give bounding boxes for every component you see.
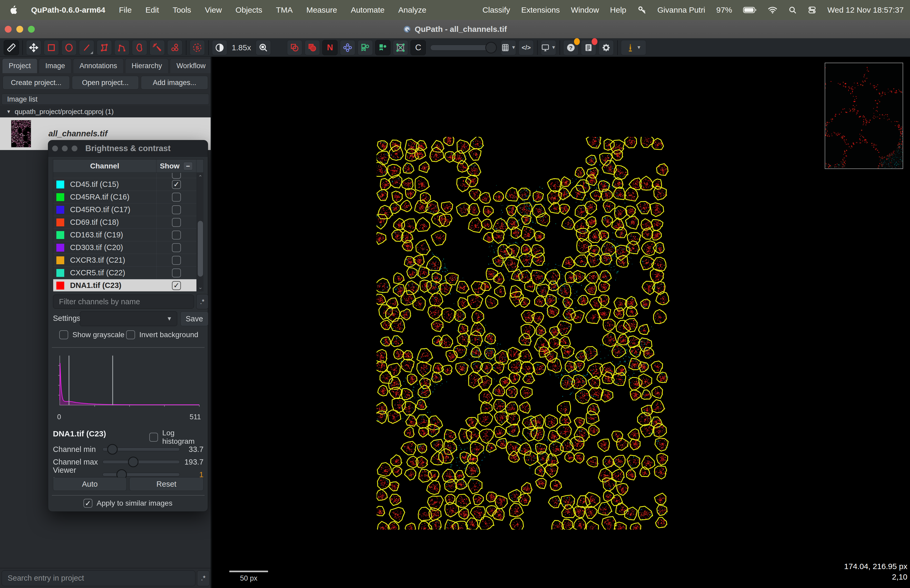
fill-annotations-button[interactable] xyxy=(305,40,320,55)
points-tool-button[interactable] xyxy=(167,40,183,55)
channel-visible-checkbox[interactable]: ✓ xyxy=(172,281,181,290)
menu-measure[interactable]: Measure xyxy=(306,5,337,15)
channel-column-header[interactable]: Channel xyxy=(53,160,157,173)
channel-visible-checkbox[interactable] xyxy=(172,268,181,278)
opacity-slider[interactable] xyxy=(430,45,496,50)
project-tree-root[interactable]: ▼ qupath_project/project.qpproj (1) xyxy=(0,106,211,117)
magnification-label[interactable]: 1.85x xyxy=(232,43,251,52)
ellipse-tool-button[interactable] xyxy=(61,40,77,55)
move-tool-button[interactable] xyxy=(26,40,41,55)
channel-visible-checkbox[interactable] xyxy=(172,243,181,252)
channel-color-swatch[interactable] xyxy=(57,256,64,264)
menu-window[interactable]: Window xyxy=(571,5,599,15)
channel-visible-checkbox[interactable] xyxy=(172,218,181,227)
zoom-to-fit-button[interactable] xyxy=(256,40,271,55)
show-annotations-button[interactable] xyxy=(287,40,302,55)
channel-min-slider[interactable] xyxy=(102,447,180,451)
menu-tma[interactable]: TMA xyxy=(276,5,293,15)
channel-visible-checkbox[interactable] xyxy=(172,231,181,239)
channel-visible-checkbox[interactable] xyxy=(172,193,181,202)
menu-analyze[interactable]: Analyze xyxy=(398,5,427,15)
selection-mode-button[interactable]: S xyxy=(189,40,205,55)
channel-filter-input[interactable] xyxy=(53,294,194,309)
channel-color-swatch[interactable] xyxy=(57,244,64,252)
brush-tool-button[interactable] xyxy=(132,40,147,55)
auto-button[interactable]: Auto xyxy=(53,477,127,491)
wand-tool-button[interactable] xyxy=(150,40,165,55)
channel-color-swatch[interactable] xyxy=(57,193,64,201)
channel-visible-checkbox[interactable]: ✓ xyxy=(172,180,181,189)
script-editor-button[interactable]: </> xyxy=(519,40,534,55)
menu-file[interactable]: File xyxy=(119,5,132,15)
channel-max-slider[interactable] xyxy=(102,460,180,464)
scroll-up-icon[interactable]: ⌃ xyxy=(197,174,204,180)
tma-grid-button[interactable] xyxy=(393,40,408,55)
channel-row[interactable]: CD45.tif (C15)✓ xyxy=(53,178,196,191)
segmented-image-canvas[interactable] xyxy=(377,137,674,530)
log-histogram-checkbox[interactable] xyxy=(149,433,158,442)
reset-button[interactable]: Reset xyxy=(129,477,204,491)
tab-hierarchy[interactable]: Hierarchy xyxy=(125,58,169,73)
tab-annotations[interactable]: Annotations xyxy=(73,58,124,73)
line-tool-button[interactable] xyxy=(79,40,94,55)
channel-row[interactable]: DNA1.tif (C23)✓ xyxy=(53,279,196,291)
menu-edit[interactable]: Edit xyxy=(145,5,159,15)
tab-project[interactable]: Project xyxy=(2,58,37,73)
polygon-tool-button[interactable] xyxy=(97,40,112,55)
channel-display-button[interactable]: C xyxy=(411,40,426,55)
viewer-gamma-slider[interactable] xyxy=(102,473,180,477)
control-center-icon[interactable] xyxy=(808,6,816,14)
settings-save-button[interactable]: Save xyxy=(180,311,208,326)
scroll-down-icon[interactable]: ⌄ xyxy=(197,284,204,290)
channel-min-knob[interactable] xyxy=(107,444,118,455)
measurement-table-button[interactable]: ▼ xyxy=(501,40,516,55)
search-regex-button[interactable]: .* xyxy=(197,570,210,586)
spotlight-search-icon[interactable] xyxy=(788,6,797,14)
settings-dropdown[interactable]: ▼ xyxy=(80,311,177,326)
channel-color-swatch[interactable] xyxy=(57,231,64,239)
key-icon[interactable] xyxy=(637,5,647,15)
opacity-slider-knob[interactable] xyxy=(485,42,497,53)
collapse-show-button[interactable]: − xyxy=(183,162,193,170)
show-column-header[interactable]: Show − xyxy=(157,160,196,173)
channel-row[interactable]: CD45RO.tif (C17) xyxy=(53,204,196,216)
dialog-title-bar[interactable]: Brightness & contrast xyxy=(48,140,208,157)
channel-color-swatch[interactable] xyxy=(57,206,64,214)
detection-outline-button[interactable] xyxy=(357,40,373,55)
show-detections-button[interactable] xyxy=(340,40,355,55)
tree-expand-icon[interactable]: ▼ xyxy=(6,109,11,115)
brightness-contrast-button[interactable] xyxy=(212,40,227,55)
view-options-button[interactable]: ▼ xyxy=(541,40,556,55)
channel-row[interactable]: CD69.tif (C18) xyxy=(53,216,196,229)
channel-table-scrollbar[interactable]: ⌃ ⌄ xyxy=(197,173,204,291)
channel-color-swatch[interactable] xyxy=(57,218,64,226)
menu-automate[interactable]: Automate xyxy=(351,5,385,15)
create-project-button[interactable]: Create project... xyxy=(3,76,70,89)
channel-max-knob[interactable] xyxy=(128,457,139,467)
project-search-input[interactable] xyxy=(2,570,196,586)
menu-tools[interactable]: Tools xyxy=(173,5,191,15)
fill-detections-button[interactable] xyxy=(375,40,391,55)
menu-classify[interactable]: Classify xyxy=(482,5,510,15)
measurement-tools-button[interactable]: ▼ xyxy=(621,40,646,55)
overview-thumbnail[interactable] xyxy=(825,63,903,169)
scrollbar-thumb[interactable] xyxy=(198,221,203,277)
invert-background-checkbox[interactable] xyxy=(126,330,135,339)
polyline-tool-button[interactable] xyxy=(114,40,129,55)
channel-color-swatch[interactable] xyxy=(57,282,64,289)
intensity-histogram[interactable] xyxy=(56,352,200,412)
battery-icon[interactable] xyxy=(743,6,757,13)
menu-app-name[interactable]: QuPath-0.6.0-arm64 xyxy=(31,5,105,15)
channel-visible-checkbox[interactable] xyxy=(172,173,181,179)
menu-objects[interactable]: Objects xyxy=(235,5,262,15)
channel-row-clipped[interactable] xyxy=(53,173,196,178)
preferences-button[interactable] xyxy=(598,40,614,55)
channel-row[interactable]: CD303.tif (C20) xyxy=(53,241,196,254)
menu-view[interactable]: View xyxy=(205,5,222,15)
add-images-button[interactable]: Add images... xyxy=(141,76,208,89)
apply-similar-checkbox[interactable]: ✓ xyxy=(84,499,92,508)
channel-visible-checkbox[interactable] xyxy=(172,256,181,265)
channel-color-swatch[interactable] xyxy=(57,181,64,189)
apple-logo-icon[interactable] xyxy=(10,5,18,15)
filter-regex-button[interactable]: .* xyxy=(196,294,208,309)
